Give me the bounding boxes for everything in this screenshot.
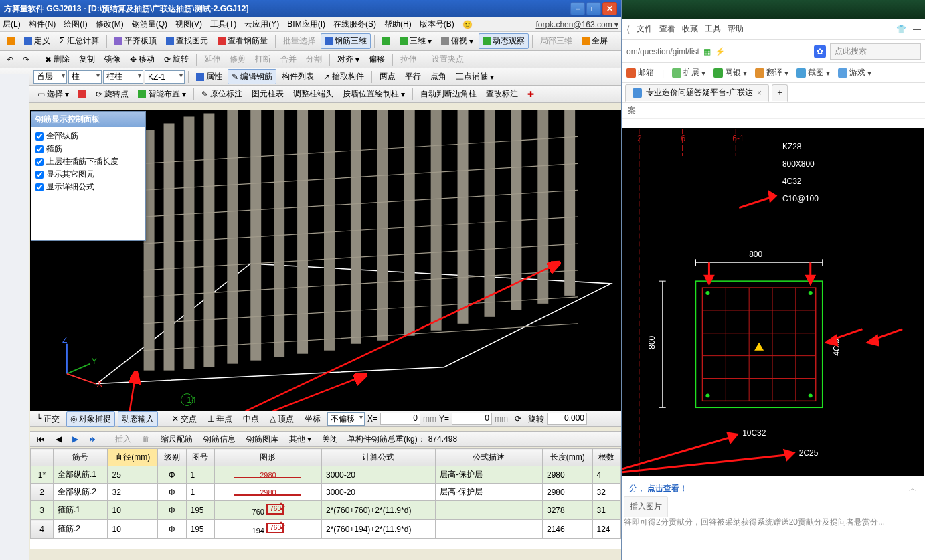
ext-translate[interactable]: 翻译 ▾ [755,67,788,78]
qr-icon[interactable]: ▦ [703,47,711,56]
batch-select-button[interactable]: 批量选择 [279,33,319,49]
offset-mode-dropdown[interactable]: 不偏移 [327,412,365,426]
ext-screenshot[interactable]: 截图 ▾ [796,67,830,78]
attribute-button[interactable]: 属性 [192,69,226,84]
open-icon[interactable] [3,35,19,48]
rebar-library-button[interactable]: 钢筋图库 [242,432,282,447]
min-icon[interactable]: — [913,25,921,34]
top-view-button[interactable]: 俯视 ▾ [437,33,477,49]
split-button[interactable]: 分割 [302,52,326,67]
browser-menu-tools[interactable]: 工具 [705,23,721,35]
ortho-button[interactable]: ┗ 正交 [33,411,64,427]
break-button[interactable]: 打断 [251,52,275,67]
close-button[interactable]: ✕ [602,2,617,15]
dyn-input-button[interactable]: 动态输入 [118,411,158,427]
review-label-button[interactable]: 查改标注 [482,86,522,102]
ext-bank[interactable]: 网银 ▾ [713,67,747,78]
menu-component[interactable]: 构件(N) [29,19,56,30]
ext-game[interactable]: 游戏 ▾ [838,67,871,78]
flat-slab-button[interactable]: 平齐板顶 [110,33,161,49]
column-table-button[interactable]: 图元柱表 [248,86,288,102]
select-button[interactable]: ▭ 选择 ▾ [33,86,73,102]
orig-label-button[interactable]: ✎ 原位标注 [197,86,246,102]
close-table-button[interactable]: 关闭 [318,432,342,447]
set-grip-button[interactable]: 设置夹点 [428,52,468,67]
scale-rebar-button[interactable]: 缩尺配筋 [157,432,197,447]
rebar-display-panel[interactable]: 钢筋显示控制面板 全部纵筋 箍筋 上层柱插筋下插长度 显示其它图元 显示详细公式 [31,111,146,241]
3d-view-button[interactable]: 三维 ▾ [396,33,436,49]
two-point-button[interactable]: 两点 [375,69,400,84]
rebar-3d-button[interactable]: 钢筋三维 [321,33,371,49]
last-record-icon[interactable]: ⏭ [85,432,101,446]
maximize-button[interactable]: □ [586,2,601,15]
browser-menu-view[interactable]: 查看 [659,23,675,35]
parallel-button[interactable]: 平行 [401,69,425,84]
search-input[interactable]: 点此搜索 [830,43,921,60]
menu-online[interactable]: 在线服务(S) [333,19,376,30]
chk-stirrup[interactable]: 箍筋 [35,143,141,155]
menu-bim[interactable]: BIM应用(I) [287,19,325,30]
menu-view[interactable]: 视图(V) [175,19,202,30]
rotate-input[interactable]: 0.000 [547,413,587,425]
insert-row-button[interactable]: 插入 [111,432,135,447]
next-record-icon[interactable]: ▶ [68,432,82,446]
browser-tab-active[interactable]: 专业造价问题答疑平台-广联达 × [625,84,769,102]
intersect-button[interactable]: ✕ 交点 [168,411,201,427]
midpoint-button[interactable]: 中点 [239,411,263,427]
new-tab-button[interactable]: ＋ [772,84,788,102]
history-back-icon[interactable]: ⟨ [626,24,630,35]
edit-rebar-button[interactable]: ✎ 编辑钢筋 [228,69,276,84]
component-list-button[interactable]: 构件列表 [278,69,318,84]
menu-tools[interactable]: 工具(T) [210,19,236,30]
url-fragment[interactable]: om/question/giml/list [626,47,699,56]
perpendicular-button[interactable]: ⊥ 垂点 [203,411,236,427]
rotate-toggle[interactable]: ⟳ [511,412,525,426]
other-button[interactable]: 其他 ▾ [285,432,315,447]
align-button[interactable]: 对齐 ▾ [333,52,363,67]
undo-icon[interactable]: ↶ [3,53,17,66]
summary-calc-button[interactable]: Σ 汇总计算 [56,33,103,49]
find-elem-button[interactable]: 查找图元 [162,33,212,49]
id-dropdown[interactable]: KZ-1 [145,70,185,84]
menu-cloud[interactable]: 云应用(Y) [244,19,279,30]
type-dropdown[interactable]: 框柱 [103,70,143,84]
menu-layer[interactable]: 层(L) [3,19,21,30]
table-row[interactable]: 2 全部纵筋.2 32 Φ 1 2980 3000-20 层高-保护层 2980… [31,484,621,501]
rebar-table[interactable]: 筋号 直径(mm) 级别 图号 图形 计算公式 公式描述 长度(mm) 根数 1… [30,448,621,549]
vertex-button[interactable]: △ 顶点 [266,411,298,427]
chk-show-formula[interactable]: 显示详细公式 [35,181,141,193]
three-pt-aux-button[interactable]: 三点辅轴 ▾ [452,69,498,84]
menu-version[interactable]: 版本号(B) [420,19,454,30]
define-button[interactable]: 定义 [20,33,54,49]
minimize-button[interactable]: – [570,2,585,15]
browser-menu-fav[interactable]: 收藏 [682,23,698,35]
skin-icon[interactable]: 👕 [896,25,906,34]
local-3d-button[interactable]: 局部三维 [536,33,576,49]
ext-extend[interactable]: 扩展 ▾ [672,67,705,78]
menu-help[interactable]: 帮助(H) [384,19,412,30]
merge-button[interactable]: 合并 [276,52,301,67]
move-button[interactable]: ✥ 移动 [126,52,159,67]
redo-icon[interactable]: ↷ [19,53,33,66]
rebar-info-button[interactable]: 钢筋信息 [199,432,240,447]
stretch-button[interactable]: 拉伸 [396,52,420,67]
delete-row-icon[interactable]: 🗑 [138,432,154,446]
x-input[interactable]: 0 [380,413,420,425]
flash-icon[interactable]: ⚡ [715,47,725,56]
view-rebar-qty-button[interactable]: 查看钢筋量 [214,33,272,49]
browser-menu-help[interactable]: 帮助 [728,23,744,35]
tab-close-icon[interactable]: × [757,88,762,98]
dynamic-view-button[interactable]: 动态观察 [479,33,529,49]
rotate-button[interactable]: ⟳ 旋转 [160,52,193,67]
smart-layout-button[interactable]: 智能布置 ▾ [134,86,190,102]
y-input[interactable]: 0 [452,413,492,425]
cube-icon[interactable] [378,35,394,48]
paw-icon[interactable]: ✿ [814,45,826,58]
fullscreen-button[interactable]: 全屏 [578,33,612,49]
chk-upper-insert[interactable]: 上层柱插筋下插长度 [35,155,141,168]
mirror-button[interactable]: 镜像 [100,52,124,67]
chk-show-other[interactable]: 显示其它图元 [35,168,141,181]
menu-modify[interactable]: 修改(M) [96,19,124,30]
table-row[interactable]: 1* 全部纵筋.1 25 Φ 1 2980 3000-20 层高-保护层 298… [31,466,621,484]
coord-button[interactable]: 坐标 [301,411,325,427]
